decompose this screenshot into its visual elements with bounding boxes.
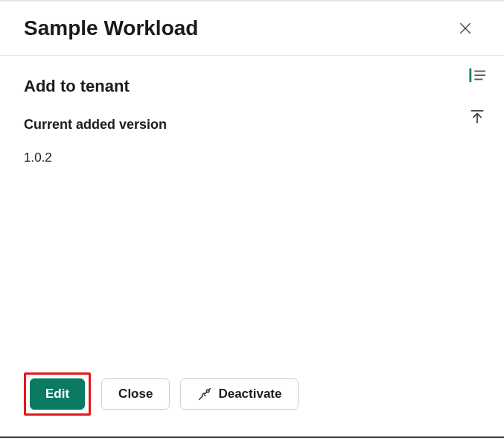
edit-highlight: Edit [24, 372, 91, 416]
version-label: Current added version [24, 117, 480, 133]
version-value: 1.0.2 [24, 150, 480, 165]
close-panel-button[interactable] [453, 16, 477, 40]
panel-header: Sample Workload [0, 1, 504, 56]
scroll-top-icon[interactable] [467, 107, 488, 127]
unplug-icon [197, 387, 212, 402]
panel-body: Add to tenant Current added version 1.0.… [0, 56, 504, 165]
svg-point-8 [207, 390, 210, 393]
close-button[interactable]: Close [101, 378, 170, 410]
edit-button-label: Edit [45, 387, 69, 402]
close-icon [458, 21, 473, 36]
edit-button[interactable]: Edit [30, 378, 85, 410]
close-button-label: Close [118, 387, 153, 402]
deactivate-button-label: Deactivate [218, 387, 281, 402]
section-title: Add to tenant [24, 77, 480, 96]
page-title: Sample Workload [24, 16, 198, 40]
deactivate-button[interactable]: Deactivate [180, 378, 299, 410]
panel-footer: Edit Close Deactivate [24, 372, 299, 416]
list-icon[interactable] [467, 65, 488, 86]
